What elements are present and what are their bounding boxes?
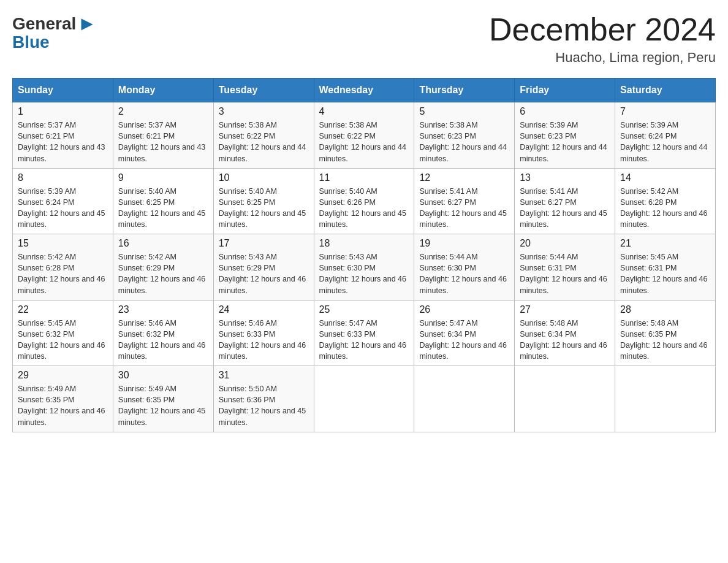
day-number: 26	[419, 304, 509, 315]
calendar-cell: 4Sunrise: 5:38 AMSunset: 6:22 PMDaylight…	[314, 102, 414, 169]
subtitle: Huacho, Lima region, Peru	[489, 50, 716, 66]
day-number: 20	[520, 238, 610, 249]
calendar-week-row: 15Sunrise: 5:42 AMSunset: 6:28 PMDayligh…	[13, 234, 716, 301]
calendar-week-row: 22Sunrise: 5:45 AMSunset: 6:32 PMDayligh…	[13, 300, 716, 366]
day-info: Sunrise: 5:39 AMSunset: 6:24 PMDaylight:…	[18, 186, 108, 231]
day-info: Sunrise: 5:45 AMSunset: 6:32 PMDaylight:…	[18, 318, 108, 362]
calendar-cell: 21Sunrise: 5:45 AMSunset: 6:31 PMDayligh…	[615, 234, 716, 301]
calendar-cell	[515, 366, 615, 432]
day-info: Sunrise: 5:46 AMSunset: 6:32 PMDaylight:…	[118, 318, 208, 362]
day-number: 18	[319, 238, 409, 249]
day-info: Sunrise: 5:40 AMSunset: 6:25 PMDaylight:…	[219, 186, 309, 231]
day-info: Sunrise: 5:40 AMSunset: 6:26 PMDaylight:…	[319, 186, 409, 231]
calendar-cell: 30Sunrise: 5:49 AMSunset: 6:35 PMDayligh…	[113, 366, 213, 432]
calendar-week-row: 29Sunrise: 5:49 AMSunset: 6:35 PMDayligh…	[13, 366, 716, 432]
day-number: 16	[118, 238, 208, 249]
day-number: 3	[219, 106, 309, 117]
day-info: Sunrise: 5:50 AMSunset: 6:36 PMDaylight:…	[219, 383, 309, 428]
day-number: 22	[18, 304, 108, 315]
day-number: 21	[620, 238, 710, 249]
day-number: 25	[319, 304, 409, 315]
day-info: Sunrise: 5:38 AMSunset: 6:23 PMDaylight:…	[419, 120, 509, 164]
calendar-cell: 20Sunrise: 5:44 AMSunset: 6:31 PMDayligh…	[515, 234, 615, 301]
day-number: 7	[620, 106, 710, 117]
day-info: Sunrise: 5:39 AMSunset: 6:23 PMDaylight:…	[520, 120, 610, 164]
day-number: 17	[219, 238, 309, 249]
day-info: Sunrise: 5:44 AMSunset: 6:30 PMDaylight:…	[419, 251, 509, 296]
logo-arrow-icon: ►	[77, 12, 97, 35]
day-info: Sunrise: 5:41 AMSunset: 6:27 PMDaylight:…	[419, 186, 509, 231]
calendar: SundayMondayTuesdayWednesdayThursdayFrid…	[12, 78, 716, 432]
day-info: Sunrise: 5:44 AMSunset: 6:31 PMDaylight:…	[520, 251, 610, 296]
calendar-cell	[414, 366, 515, 432]
calendar-cell: 22Sunrise: 5:45 AMSunset: 6:32 PMDayligh…	[13, 300, 113, 366]
day-info: Sunrise: 5:37 AMSunset: 6:21 PMDaylight:…	[118, 120, 208, 164]
day-number: 8	[18, 172, 108, 183]
day-number: 30	[118, 370, 208, 381]
col-header-wednesday: Wednesday	[314, 79, 414, 102]
day-info: Sunrise: 5:49 AMSunset: 6:35 PMDaylight:…	[118, 383, 208, 428]
day-info: Sunrise: 5:38 AMSunset: 6:22 PMDaylight:…	[219, 120, 309, 164]
day-info: Sunrise: 5:45 AMSunset: 6:31 PMDaylight:…	[620, 251, 710, 296]
day-number: 31	[219, 370, 309, 381]
day-info: Sunrise: 5:42 AMSunset: 6:28 PMDaylight:…	[620, 186, 710, 231]
calendar-cell: 14Sunrise: 5:42 AMSunset: 6:28 PMDayligh…	[615, 168, 716, 234]
logo-blue: Blue	[12, 33, 50, 52]
day-info: Sunrise: 5:39 AMSunset: 6:24 PMDaylight:…	[620, 120, 710, 164]
calendar-cell: 3Sunrise: 5:38 AMSunset: 6:22 PMDaylight…	[213, 102, 314, 169]
day-info: Sunrise: 5:46 AMSunset: 6:33 PMDaylight:…	[219, 318, 309, 362]
day-info: Sunrise: 5:42 AMSunset: 6:29 PMDaylight:…	[118, 251, 208, 296]
calendar-cell: 17Sunrise: 5:43 AMSunset: 6:29 PMDayligh…	[213, 234, 314, 301]
calendar-cell: 12Sunrise: 5:41 AMSunset: 6:27 PMDayligh…	[414, 168, 515, 234]
calendar-cell: 1Sunrise: 5:37 AMSunset: 6:21 PMDaylight…	[13, 102, 113, 169]
calendar-cell: 16Sunrise: 5:42 AMSunset: 6:29 PMDayligh…	[113, 234, 213, 301]
calendar-cell: 11Sunrise: 5:40 AMSunset: 6:26 PMDayligh…	[314, 168, 414, 234]
day-number: 4	[319, 106, 409, 117]
day-number: 6	[520, 106, 610, 117]
calendar-cell	[314, 366, 414, 432]
calendar-cell: 24Sunrise: 5:46 AMSunset: 6:33 PMDayligh…	[213, 300, 314, 366]
calendar-cell: 28Sunrise: 5:48 AMSunset: 6:35 PMDayligh…	[615, 300, 716, 366]
calendar-cell: 27Sunrise: 5:48 AMSunset: 6:34 PMDayligh…	[515, 300, 615, 366]
calendar-cell: 6Sunrise: 5:39 AMSunset: 6:23 PMDaylight…	[515, 102, 615, 169]
calendar-cell: 29Sunrise: 5:49 AMSunset: 6:35 PMDayligh…	[13, 366, 113, 432]
col-header-friday: Friday	[515, 79, 615, 102]
calendar-cell: 7Sunrise: 5:39 AMSunset: 6:24 PMDaylight…	[615, 102, 716, 169]
day-info: Sunrise: 5:42 AMSunset: 6:28 PMDaylight:…	[18, 251, 108, 296]
calendar-cell: 19Sunrise: 5:44 AMSunset: 6:30 PMDayligh…	[414, 234, 515, 301]
day-number: 28	[620, 304, 710, 315]
day-number: 24	[219, 304, 309, 315]
title-area: December 2024 Huacho, Lima region, Peru	[489, 12, 716, 66]
day-info: Sunrise: 5:47 AMSunset: 6:33 PMDaylight:…	[319, 318, 409, 362]
day-info: Sunrise: 5:38 AMSunset: 6:22 PMDaylight:…	[319, 120, 409, 164]
col-header-sunday: Sunday	[13, 79, 113, 102]
day-number: 12	[419, 172, 509, 183]
day-number: 9	[118, 172, 208, 183]
day-info: Sunrise: 5:43 AMSunset: 6:30 PMDaylight:…	[319, 251, 409, 296]
day-info: Sunrise: 5:48 AMSunset: 6:34 PMDaylight:…	[520, 318, 610, 362]
day-number: 19	[419, 238, 509, 249]
calendar-week-row: 8Sunrise: 5:39 AMSunset: 6:24 PMDaylight…	[13, 168, 716, 234]
col-header-monday: Monday	[113, 79, 213, 102]
calendar-week-row: 1Sunrise: 5:37 AMSunset: 6:21 PMDaylight…	[13, 102, 716, 169]
day-number: 13	[520, 172, 610, 183]
calendar-cell: 10Sunrise: 5:40 AMSunset: 6:25 PMDayligh…	[213, 168, 314, 234]
calendar-cell: 26Sunrise: 5:47 AMSunset: 6:34 PMDayligh…	[414, 300, 515, 366]
calendar-cell: 5Sunrise: 5:38 AMSunset: 6:23 PMDaylight…	[414, 102, 515, 169]
calendar-cell: 15Sunrise: 5:42 AMSunset: 6:28 PMDayligh…	[13, 234, 113, 301]
calendar-cell: 25Sunrise: 5:47 AMSunset: 6:33 PMDayligh…	[314, 300, 414, 366]
logo-general: General	[12, 14, 76, 34]
header: General ► Blue December 2024 Huacho, Lim…	[12, 12, 716, 66]
day-info: Sunrise: 5:37 AMSunset: 6:21 PMDaylight:…	[18, 120, 108, 164]
day-number: 27	[520, 304, 610, 315]
day-info: Sunrise: 5:41 AMSunset: 6:27 PMDaylight:…	[520, 186, 610, 231]
day-number: 11	[319, 172, 409, 183]
col-header-thursday: Thursday	[414, 79, 515, 102]
main-title: December 2024	[489, 12, 716, 47]
day-info: Sunrise: 5:49 AMSunset: 6:35 PMDaylight:…	[18, 383, 108, 428]
day-number: 10	[219, 172, 309, 183]
day-number: 15	[18, 238, 108, 249]
calendar-cell: 9Sunrise: 5:40 AMSunset: 6:25 PMDaylight…	[113, 168, 213, 234]
day-number: 2	[118, 106, 208, 117]
calendar-cell: 23Sunrise: 5:46 AMSunset: 6:32 PMDayligh…	[113, 300, 213, 366]
